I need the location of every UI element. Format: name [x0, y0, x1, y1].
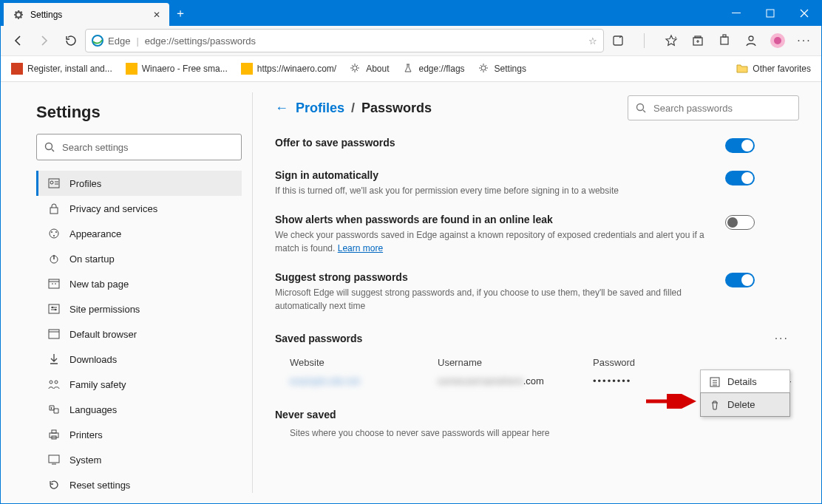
setting-offer-save-title: Offer to save passwords — [275, 137, 725, 149]
svg-rect-7 — [721, 37, 728, 44]
svg-rect-0 — [732, 13, 741, 13]
printer-icon — [47, 429, 61, 440]
sidebar-item-profiles[interactable]: Profiles — [36, 171, 242, 196]
svg-point-14 — [46, 143, 52, 150]
svg-rect-27 — [49, 330, 59, 338]
address-url: edge://settings/passwords — [145, 35, 256, 47]
svg-rect-33 — [49, 455, 59, 463]
sidebar-item-defaultbrowser[interactable]: Default browser — [36, 321, 242, 347]
svg-point-16 — [50, 181, 53, 184]
details-icon — [710, 377, 720, 387]
saved-password-row[interactable]: example.site.net someusernamehere.com ••… — [275, 375, 799, 386]
window-minimize-button[interactable] — [719, 1, 753, 26]
browser-toolbar: Edge | edge://settings/passwords ☆ ··· — [1, 26, 821, 56]
col-username: Username — [438, 357, 593, 368]
sidebar-item-newtab[interactable]: New tab page — [36, 271, 242, 296]
svg-point-9 — [749, 36, 753, 41]
learn-more-link[interactable]: Learn more — [338, 243, 383, 253]
nav-refresh-button[interactable] — [58, 28, 84, 53]
toggle-leak-alerts[interactable] — [725, 215, 755, 230]
sliders-icon — [47, 304, 61, 314]
gear-icon — [350, 63, 361, 75]
search-icon — [44, 142, 55, 152]
breadcrumb: Profiles / Passwords — [296, 101, 432, 116]
power-icon — [47, 253, 61, 265]
svg-point-13 — [481, 66, 486, 70]
window-close-button[interactable] — [787, 1, 821, 26]
lock-icon — [47, 202, 61, 214]
toggle-offer-save[interactable] — [725, 138, 755, 153]
sidebar-item-startup[interactable]: On startup — [36, 246, 242, 271]
search-passwords-placeholder: Search passwords — [653, 103, 733, 114]
sidebar-item-downloads[interactable]: Downloads — [36, 347, 242, 372]
svg-point-29 — [55, 381, 58, 384]
sidebar-item-sitepermissions[interactable]: Site permissions — [36, 296, 242, 321]
toolbar-read-aloud-button[interactable] — [605, 28, 631, 53]
svg-rect-31 — [52, 430, 56, 433]
saved-passwords-more-button[interactable]: ··· — [772, 332, 792, 345]
svg-point-25 — [52, 307, 53, 308]
window-icon — [47, 329, 61, 339]
settings-back-button[interactable]: ← — [275, 101, 288, 116]
sidebar-item-reset[interactable]: Reset settings — [36, 472, 242, 497]
bookmark-item[interactable]: https://winaero.com/ — [237, 60, 341, 78]
bookmark-item[interactable]: Winaero - Free sma... — [121, 60, 232, 78]
svg-rect-6 — [695, 36, 701, 38]
sidebar-item-languages[interactable]: Languages — [36, 397, 242, 422]
edge-logo-icon — [92, 35, 103, 47]
bookmark-item[interactable]: About — [345, 60, 393, 78]
breadcrumb-parent[interactable]: Profiles — [296, 101, 344, 115]
col-password: Password — [593, 357, 711, 368]
toolbar-extensions-button[interactable] — [712, 28, 737, 53]
toolbar-menu-button[interactable]: ··· — [792, 28, 817, 53]
trash-icon — [710, 400, 720, 410]
setting-signin-desc: If this is turned off, we'll ask you for… — [275, 184, 725, 197]
svg-point-36 — [637, 104, 644, 111]
toolbar-profile-button[interactable] — [738, 28, 764, 53]
svg-point-11 — [774, 37, 781, 44]
sidebar-item-printers[interactable]: Printers — [36, 422, 242, 447]
address-bar[interactable]: Edge | edge://settings/passwords ☆ — [85, 29, 604, 52]
annotation-arrow-icon — [645, 394, 696, 409]
bookmark-item[interactable]: Register, install and... — [7, 60, 117, 78]
bookmarks-bar: Register, install and... Winaero - Free … — [1, 56, 821, 82]
tab-close-icon[interactable]: ✕ — [153, 10, 160, 20]
search-passwords-input[interactable]: Search passwords — [628, 95, 799, 120]
toggle-suggest-strong[interactable] — [725, 273, 755, 287]
window-maximize-button[interactable] — [753, 1, 787, 26]
search-icon — [636, 103, 646, 113]
toolbar-collections-button[interactable] — [685, 28, 710, 53]
svg-point-18 — [50, 229, 58, 238]
nav-forward-button[interactable] — [32, 28, 57, 53]
folder-icon — [736, 63, 748, 75]
col-website: Website — [290, 357, 438, 368]
sidebar-item-appearance[interactable]: Appearance — [36, 221, 242, 246]
new-tab-button[interactable]: ＋ — [169, 1, 191, 26]
context-item-details[interactable]: Details — [701, 370, 789, 393]
sidebar-item-phone[interactable]: Phone and other devices — [36, 497, 242, 503]
search-settings-placeholder: Search settings — [62, 142, 129, 153]
bookmark-item[interactable]: Settings — [474, 60, 531, 78]
favorite-star-icon[interactable]: ☆ — [588, 35, 597, 47]
sidebar-item-family[interactable]: Family safety — [36, 372, 242, 397]
other-favorites-button[interactable]: Other favorites — [732, 60, 815, 78]
toggle-signin-auto[interactable] — [725, 171, 755, 185]
tab-title: Settings — [30, 10, 147, 20]
sidebar-item-system[interactable]: System — [36, 447, 242, 472]
nav-back-button[interactable] — [5, 28, 30, 53]
svg-rect-8 — [723, 35, 726, 37]
toolbar-favorites-button[interactable] — [659, 28, 684, 53]
toolbar-divider — [632, 28, 657, 53]
sidebar-item-privacy[interactable]: Privacy and services — [36, 196, 242, 221]
browser-tab[interactable]: Settings ✕ — [4, 3, 169, 26]
svg-rect-3 — [614, 36, 622, 45]
family-icon — [47, 379, 61, 389]
settings-sidebar: Settings Search settings Profiles Privac… — [1, 82, 252, 503]
context-item-delete[interactable]: Delete — [700, 392, 790, 417]
reset-icon — [47, 479, 61, 491]
search-settings-input[interactable]: Search settings — [36, 134, 242, 160]
breadcrumb-current: Passwords — [361, 101, 432, 115]
bookmark-item[interactable]: edge://flags — [398, 60, 469, 78]
toolbar-profile-avatar[interactable] — [765, 28, 790, 53]
setting-suggest-desc: Microsoft Edge will suggest strong passw… — [275, 286, 725, 313]
